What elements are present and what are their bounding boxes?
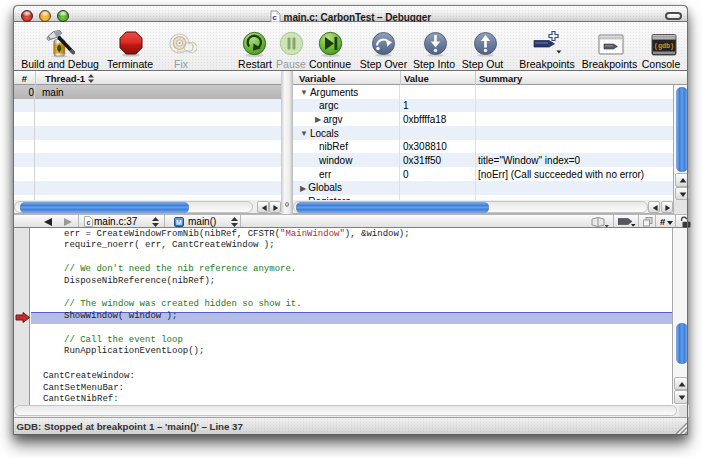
svg-text:c: c [272,13,277,22]
svg-text:(gdb): (gdb) [654,41,674,49]
svg-text:c: c [86,219,90,226]
